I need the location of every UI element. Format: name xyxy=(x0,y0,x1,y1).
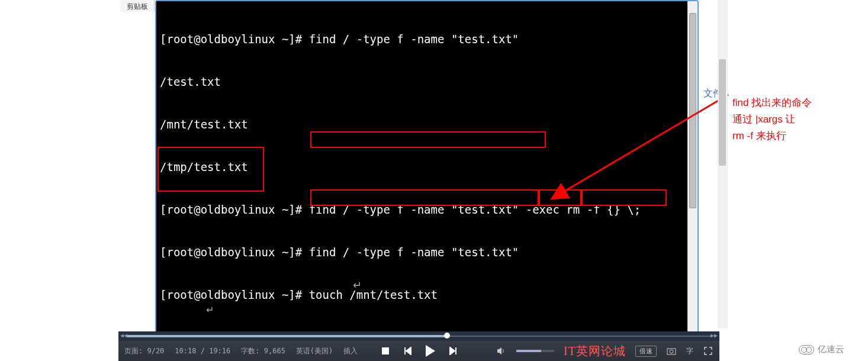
step-back-icon[interactable]: ◀◀ xyxy=(120,332,128,340)
svg-rect-1 xyxy=(382,347,389,354)
speed-button[interactable]: 倍速 xyxy=(635,346,657,357)
overlay-watermark-text: IT英网论城 xyxy=(564,343,626,359)
annotation-line: 通过 |xargs 让 xyxy=(732,111,812,128)
highlight-box xyxy=(310,131,546,148)
fullscreen-icon[interactable] xyxy=(703,346,713,356)
document-body: 7.退出到上级目录，删除 data 目录。↵ 解答：↵ xyxy=(178,278,362,317)
time-display: 10:18 / 19:16 xyxy=(175,347,230,355)
step-fwd-icon[interactable]: ▶▶ xyxy=(710,332,718,340)
volume-slider[interactable] xyxy=(516,350,554,352)
doc-scrollbar[interactable] xyxy=(718,0,728,328)
svg-point-3 xyxy=(670,350,673,353)
subtitle-button[interactable]: 字 xyxy=(686,346,693,356)
terminal-scrollbar[interactable] xyxy=(687,1,697,361)
terminal-line: /test.txt xyxy=(160,75,694,89)
watermark-text: 亿速云 xyxy=(818,344,844,355)
stop-button[interactable] xyxy=(380,346,391,356)
seek-track[interactable]: ◀◀ ▶▶ xyxy=(118,331,719,341)
annotation-line: find 找出来的命令 xyxy=(732,95,812,111)
watermark-logo-icon xyxy=(799,345,814,354)
terminal-line: /mnt/test.txt xyxy=(160,117,694,131)
lang-info: 英语(美国) xyxy=(296,346,333,356)
video-player-bar: ◀◀ ▶▶ 页面: 9/20 10:18 / 19:16 字数: 9,665 英… xyxy=(118,331,719,361)
word-count: 字数: 9,665 xyxy=(241,346,285,356)
terminal-line: [root@oldboylinux ~]# find / -type f -na… xyxy=(160,245,694,259)
clipboard-label: 剪贴板 xyxy=(120,0,155,12)
capture-icon[interactable] xyxy=(666,346,677,356)
seek-knob[interactable] xyxy=(444,333,450,339)
terminal-line: /tmp/test.txt xyxy=(160,160,694,174)
doc-heading: 7.退出到上级目录，删除 data 目录。↵ xyxy=(178,278,362,292)
play-button[interactable] xyxy=(425,346,436,356)
volume-icon[interactable] xyxy=(496,346,507,356)
annotation-line: rm -f 来执行 xyxy=(732,128,812,144)
prev-button[interactable] xyxy=(403,346,413,356)
terminal-line: [root@oldboylinux ~]# find / -type f -na… xyxy=(160,32,694,46)
annotation: find 找出来的命令 通过 |xargs 让 rm -f 来执行 xyxy=(732,95,812,144)
watermark: 亿速云 xyxy=(799,344,844,355)
terminal-line: [root@oldboylinux ~]# find / -type f -na… xyxy=(160,202,694,217)
next-button[interactable] xyxy=(448,346,458,356)
insert-mode: 插入 xyxy=(343,346,358,356)
page-info: 页面: 9/20 xyxy=(124,346,164,356)
doc-answer-label: 解答：↵ xyxy=(178,304,362,317)
